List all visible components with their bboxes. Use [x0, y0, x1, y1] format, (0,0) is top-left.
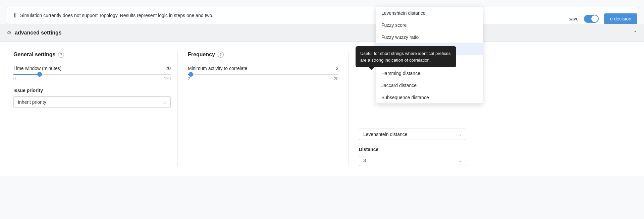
settings-body: General settings ? Time window (minutes)… [0, 42, 644, 176]
distance-arrow: ⌄ [459, 158, 462, 163]
frequency-help-icon[interactable]: ? [218, 52, 224, 58]
issue-priority-dropdown[interactable]: Inherit priority ⌄ [13, 96, 171, 108]
general-settings-column: General settings ? Time window (minutes)… [7, 52, 178, 166]
time-window-slider-container[interactable] [13, 74, 171, 75]
time-window-label: Time window (minutes) [13, 66, 61, 71]
section-title: advanced settings [15, 30, 62, 36]
distance-dropdown[interactable]: 3 ⌄ [359, 155, 466, 166]
distance-section: Distance 3 ⌄ [359, 147, 627, 166]
right-col-content: Levenshtein distance ⌄ Distance 3 ⌄ [359, 129, 627, 166]
min-activity-label: Minimum activity to correlate [188, 66, 247, 71]
save-toggle[interactable] [584, 15, 599, 23]
time-window-row: Time window (minutes) 20 [13, 66, 171, 71]
info-icon: ℹ [14, 12, 16, 19]
min-activity-value: 2 [336, 66, 338, 71]
collapse-icon[interactable]: ⌃ [633, 30, 637, 35]
decision-button[interactable]: e decision [604, 13, 637, 24]
section-header: ⚙ advanced settings ⌃ [0, 24, 644, 42]
dropdown-item-fuzzy-wuzzy[interactable]: Fuzzy wuzzy ratio [376, 31, 483, 43]
min-activity-slider-labels: 2 20 [188, 76, 338, 81]
issue-priority-value: Inherit priority [18, 99, 46, 105]
time-window-slider-fill [13, 74, 40, 75]
distance-label: Distance [359, 147, 627, 152]
dropdown-item-levenshtein[interactable]: Levenshtein distance [376, 7, 483, 19]
issue-priority-label: Issue priority [13, 88, 171, 93]
issue-priority-arrow: ⌄ [163, 100, 166, 104]
min-activity-min: 2 [188, 76, 190, 81]
min-activity-row: Minimum activity to correlate 2 [188, 66, 338, 71]
frequency-column: Frequency ? Minimum activity to correlat… [178, 52, 349, 166]
algorithm-dropdown[interactable]: Levenshtein distance ⌄ [359, 129, 466, 140]
frequency-title: Frequency ? [188, 52, 338, 58]
min-activity-slider-thumb[interactable] [189, 72, 193, 77]
general-settings-title: General settings ? [13, 52, 171, 58]
dropdown-item-hamming[interactable]: Hamming distance [376, 67, 483, 79]
time-window-max: 120 [164, 76, 171, 81]
tooltip-text: Useful for short strings where identical… [360, 51, 451, 63]
section-header-left: ⚙ advanced settings [7, 29, 62, 36]
algorithm-section: Levenshtein distance ⌄ [359, 129, 627, 140]
general-settings-help-icon[interactable]: ? [58, 52, 64, 58]
info-banner-text: Simulation currently does not support To… [20, 13, 213, 18]
tooltip-box: Useful for short strings where identical… [356, 46, 456, 67]
distance-value: 3 [363, 158, 366, 163]
time-window-value: 20 [165, 66, 171, 71]
dropdown-item-subsequence[interactable]: Subsequence distance [376, 91, 483, 103]
time-window-slider-thumb[interactable] [37, 72, 42, 77]
min-activity-slider-container[interactable] [188, 74, 338, 75]
time-window-slider-track [13, 74, 171, 75]
main-content: ℹ Simulation currently does not support … [0, 7, 644, 219]
toggle-knob [591, 15, 598, 22]
min-activity-max: 20 [334, 76, 338, 81]
gear-icon: ⚙ [7, 29, 11, 36]
info-banner: ℹ Simulation currently does not support … [7, 7, 637, 24]
save-label: save [569, 16, 579, 21]
time-window-min: 0 [13, 76, 16, 81]
dropdown-item-jaccard[interactable]: Jaccard distance [376, 79, 483, 91]
time-window-slider-labels: 0 120 [13, 76, 171, 81]
algorithm-arrow: ⌄ [459, 132, 462, 137]
dropdown-item-fuzzy-score[interactable]: Fuzzy score [376, 19, 483, 31]
algorithm-value: Levenshtein distance [363, 132, 408, 137]
min-activity-slider-track [188, 74, 338, 75]
top-actions: save e decision [569, 13, 637, 24]
